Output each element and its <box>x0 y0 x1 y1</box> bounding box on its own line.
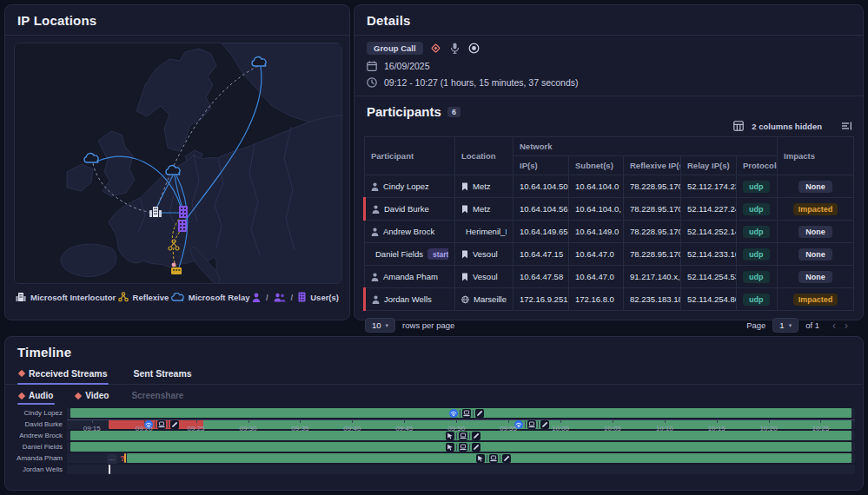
col-ips: IP(s) <box>514 156 569 175</box>
table-row[interactable]: Cindy LopezMetz10.64.104.5010.64.104.078… <box>365 175 854 198</box>
participant-reflexive-ips: 78.228.95.170 <box>624 221 681 243</box>
user-building-node[interactable] <box>178 220 187 232</box>
reflexive-icon <box>118 292 129 302</box>
participant-name: Cindy Lopez <box>383 182 429 191</box>
axis-tick-label: 10:00 <box>552 425 569 432</box>
timeline-row: Daniel Fields <box>5 442 855 452</box>
legend-reflexive: Reflexive <box>118 292 169 302</box>
tab-sent-streams[interactable]: Sent Streams <box>131 365 193 384</box>
participants-count-badge: 6 <box>447 107 461 117</box>
timeline-row-label: Daniel Fields <box>5 442 63 452</box>
impact-badge: None <box>798 226 832 238</box>
person-icon <box>371 182 379 191</box>
clock-icon <box>367 77 377 88</box>
participant-name: David Burke <box>384 204 429 214</box>
page-select[interactable]: 1▾ <box>772 318 798 333</box>
diamond-icon <box>430 43 441 54</box>
axis-tick-label: 09:20 <box>136 425 153 432</box>
pencil-icon <box>473 444 480 451</box>
participant-reflexive-ips: 78.228.95.170, ... <box>624 198 681 221</box>
participant-relay-ips: 52.114.254.86, ... <box>681 288 737 311</box>
participant-subnets: 10.64.47.0 <box>569 243 624 266</box>
protocol-badge: udp <box>743 226 770 238</box>
col-subnets: Subnet(s) <box>569 156 624 175</box>
prev-page-button[interactable]: ‹ <box>828 320 840 332</box>
person-icon <box>372 295 380 304</box>
globe-icon <box>461 295 469 304</box>
event-tick[interactable] <box>109 465 110 474</box>
event-marker-group[interactable] <box>476 454 511 463</box>
axis-tick-label: 09:45 <box>395 425 413 432</box>
subtab-screenshare[interactable]: Screenshare <box>129 389 185 405</box>
participant-subnets: 10.64.149.0 <box>569 221 624 243</box>
axis-tick <box>613 420 613 423</box>
next-page-button[interactable]: › <box>840 320 852 332</box>
col-participant: Participant <box>365 137 455 175</box>
impact-badge: None <box>798 181 832 193</box>
legend-label: Microsoft Interlocutor <box>30 293 116 302</box>
chevron-down-icon: ▾ <box>386 322 389 329</box>
timeline-track <box>67 442 855 452</box>
columns-hidden-label[interactable]: 2 columns hidden <box>752 122 822 131</box>
participant-ips: 10.64.47.15 <box>514 243 569 266</box>
timeline-row-label: Amanda Pham <box>5 453 63 463</box>
timeline-row: Amanda Pham...? <box>5 453 855 463</box>
event-marker-group[interactable] <box>446 443 480 452</box>
diamond-icon <box>18 370 25 377</box>
participant-name: Daniel Fields <box>375 249 423 259</box>
axis-tick-label: 09:50 <box>447 425 465 432</box>
marker-separator <box>456 444 457 451</box>
timeline-track <box>67 465 855 474</box>
user-building-node[interactable] <box>179 206 188 218</box>
participant-ips: 10.64.104.50 <box>514 175 569 198</box>
subtab-audio[interactable]: Audio <box>17 389 55 405</box>
details-panel: Details Group Call 16/09/2025 09:12 - 10… <box>354 4 864 320</box>
axis-tick-label: 10:05 <box>604 425 621 432</box>
axis-tick <box>456 420 457 423</box>
marker-separator <box>469 444 470 451</box>
timeline-row: Jordan Wells <box>5 465 855 474</box>
table-row[interactable]: Jordan WellsMarseille172.16.9.251172.16.… <box>365 288 854 311</box>
table-row[interactable]: Daniel FieldsstarterVesoul10.64.47.1510.… <box>365 243 854 266</box>
table-row[interactable]: Andrew BrockHerimenil_Bur10.64.149.6510.… <box>365 221 854 243</box>
table-row[interactable]: Amanda PhamVesoul10.64.47.5810.64.47.091… <box>365 266 854 288</box>
pre-stream-markers[interactable]: ...? <box>107 454 125 464</box>
laptop-icon <box>463 410 470 417</box>
participant-ips: 10.64.47.58 <box>514 266 569 288</box>
timeline-row-label: Cindy Lopez <box>5 408 63 418</box>
axis-tick-label: 10:10 <box>656 425 673 432</box>
participant-relay-ips: 52.112.174.23... <box>681 175 737 198</box>
participant-ips: 10.64.149.65 <box>514 221 569 243</box>
participant-name: Jordan Wells <box>384 294 432 304</box>
participant-name: Amanda Pham <box>383 272 438 281</box>
col-network: Network <box>514 137 778 156</box>
subtab-video[interactable]: Video <box>74 389 110 405</box>
user-building-icon <box>298 292 306 302</box>
rows-per-page-select[interactable]: 10▾ <box>365 318 395 333</box>
participant-subnets: 172.16.8.0 <box>569 288 624 311</box>
table-row[interactable]: David BurkeMetz10.64.104.56, 1...10.64.1… <box>365 198 854 221</box>
participant-location: Metz <box>473 182 491 191</box>
page-label: Page <box>746 320 765 330</box>
event-marker-group[interactable] <box>449 409 484 418</box>
marker-separator <box>460 410 461 417</box>
column-settings-icon[interactable] <box>841 121 852 131</box>
participant-ips: 172.16.9.251 <box>514 288 569 311</box>
tab-received-streams[interactable]: Received Streams <box>17 365 109 384</box>
impact-badge: Impacted <box>793 203 838 215</box>
axis-tick-label: 10:20 <box>760 425 778 432</box>
legend-separator: / <box>291 293 294 302</box>
participant-reflexive-ips: 78.228.95.170 <box>624 243 681 266</box>
timeline-track <box>67 408 855 418</box>
marker-separator <box>500 455 500 462</box>
bookmark-icon <box>461 205 468 214</box>
participant-location: Metz <box>473 204 491 214</box>
call-date: 16/09/2025 <box>384 61 430 71</box>
legend-label: User(s) <box>310 293 339 302</box>
axis-tick <box>404 420 405 423</box>
protocol-badge: udp <box>743 271 770 283</box>
participant-location: Vesoul <box>473 272 498 281</box>
wifi-icon <box>449 409 458 418</box>
starter-badge: starter <box>427 248 448 260</box>
europe-map[interactable] <box>14 43 342 284</box>
